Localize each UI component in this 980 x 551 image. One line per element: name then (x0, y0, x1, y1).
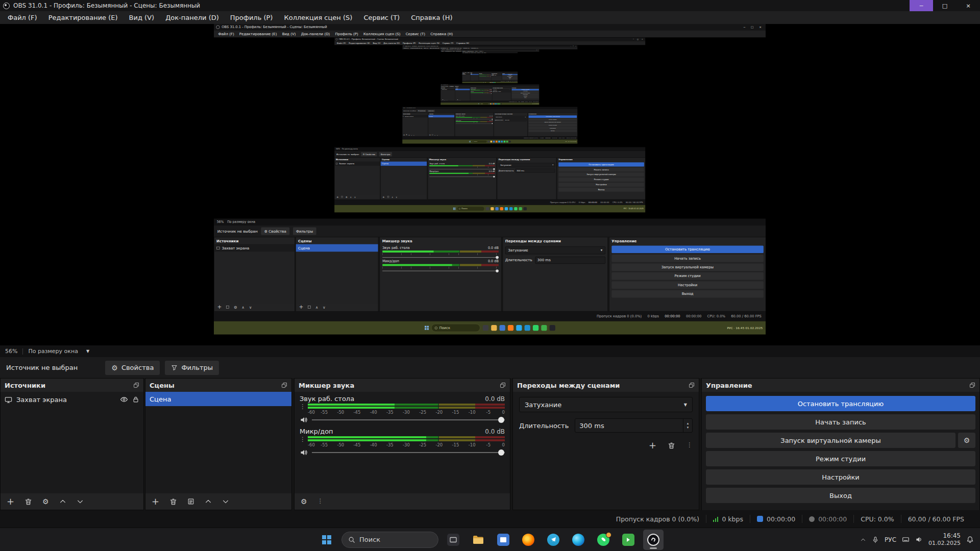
record-time: 00:00:00 (818, 515, 847, 523)
menu-tools[interactable]: Сервис (T) (358, 11, 405, 24)
dropdown-caret-icon[interactable]: ▼ (86, 349, 89, 354)
move-down-icon[interactable] (222, 498, 229, 505)
maximize-button[interactable]: □ (933, 0, 957, 11)
scene-filters-icon[interactable] (187, 498, 194, 505)
exit-button[interactable]: Выход (706, 488, 975, 503)
start-record-button[interactable]: Начать запись (706, 414, 975, 430)
channel-menu-dots-icon[interactable]: ⋮ (300, 404, 305, 415)
source-context-toolbar: Источник не выбран ⚙ Свойства Фильтры (0, 357, 980, 378)
start-button[interactable] (316, 530, 337, 550)
microphone-icon[interactable] (872, 536, 879, 543)
duration-spinbox[interactable]: 300 ms ▴▾ (575, 418, 693, 433)
settings-button[interactable]: Настройки (706, 469, 975, 485)
channel-name: Звук раб. стола (300, 395, 354, 403)
dropped-frames: Пропуск кадров 0 (0.0%) (616, 515, 699, 523)
clock[interactable]: 16:45 01.02.2025 (928, 532, 961, 547)
popout-icon[interactable] (133, 382, 139, 388)
scene-row-selected[interactable]: Сцена (145, 392, 291, 406)
tray-chevron-up-icon[interactable] (860, 537, 866, 543)
meter-tick-label: -55 (321, 410, 328, 415)
menu-docks[interactable]: Док-панели (D) (160, 11, 225, 24)
stop-stream-button[interactable]: Остановить трансляцию (706, 396, 975, 411)
mixer-toolbar: ⚙ ⋮ (295, 493, 510, 510)
source-row-screen-capture[interactable]: Захват экрана (1, 392, 143, 407)
language-indicator[interactable]: РУС (885, 536, 896, 543)
minimize-button[interactable]: ─ (910, 0, 933, 11)
taskbar-app-whatsapp[interactable] (593, 530, 614, 550)
nested-preview: OBS 31.0.1 - Профиль: Безымянный - Сцены… (334, 45, 645, 147)
taskbar-app-firefox[interactable] (518, 530, 538, 550)
taskbar-app-edge[interactable] (568, 530, 589, 550)
meter-tick-label: -35 (386, 442, 394, 447)
filters-button[interactable]: Фильтры (165, 361, 219, 375)
taskbar-app-obs[interactable] (643, 530, 664, 550)
search-icon (348, 536, 355, 543)
meter-tick-label: -20 (435, 442, 443, 447)
taskbar-app-store[interactable] (493, 530, 513, 550)
close-button[interactable]: × (957, 0, 980, 11)
properties-button[interactable]: ⚙ Свойства (105, 361, 160, 375)
transition-menu-dots-icon[interactable]: ⋮ (687, 442, 692, 448)
channel-menu-dots-icon[interactable]: ⋮ (300, 436, 305, 448)
move-down-icon[interactable] (77, 498, 84, 505)
add-scene-icon[interactable]: + (152, 497, 159, 506)
volume-tray-icon[interactable] (915, 536, 923, 543)
spin-arrows-icon[interactable]: ▴▾ (683, 419, 692, 432)
zoom-mode[interactable]: По размеру окна (28, 348, 78, 355)
source-properties-gear-icon[interactable]: ⚙ (42, 498, 49, 505)
mixer-channel-mic-aux: Микр/доп 0.0 dB ⋮ -60-55-50-45-40-35-30-… (300, 428, 505, 457)
controls-title: Управление (706, 382, 752, 389)
advanced-audio-gear-icon[interactable]: ⚙ (301, 498, 307, 505)
preview-canvas[interactable]: OBS 31.0.1 - Профиль: Безымянный - Сцены… (0, 24, 980, 345)
popout-icon[interactable] (281, 382, 287, 388)
obs-logo-icon (3, 3, 10, 9)
taskbar-search[interactable]: Поиск (341, 532, 438, 548)
popout-icon[interactable] (689, 382, 695, 388)
popout-icon[interactable] (500, 382, 506, 388)
taskbar-app-explorer[interactable] (468, 530, 488, 550)
titlebar: OBS 31.0.1 - Профиль: Безымянный - Сцены… (0, 0, 980, 11)
nested-preview: OBS 31.0.1 - Профиль: Безымянный - Сцены… (440, 52, 539, 85)
menu-profile[interactable]: Профиль (P) (225, 11, 279, 24)
taskbar-app-telegram[interactable] (543, 530, 564, 550)
studio-mode-button[interactable]: Режим студии (706, 451, 975, 466)
add-source-icon[interactable]: + (7, 497, 14, 506)
volume-slider-knob[interactable] (498, 449, 504, 456)
virtual-camera-settings-button[interactable]: ⚙ (958, 433, 975, 448)
volume-slider[interactable] (312, 449, 505, 456)
notifications-bell-icon[interactable] (966, 536, 974, 543)
meter-tick-label: -60 (308, 410, 315, 415)
taskbar-app-window[interactable] (443, 530, 463, 550)
add-transition-icon[interactable]: + (649, 441, 656, 450)
lock-icon[interactable] (132, 396, 139, 403)
mixer-menu-dots-icon[interactable]: ⋮ (317, 498, 323, 505)
duration-value: 300 ms (579, 422, 604, 430)
nested-obs-window: OBS 31.0.1 - Профиль: Безымянный - Сцены… (462, 52, 518, 83)
telegram-icon (547, 534, 559, 546)
menu-scene-collection[interactable]: Коллекция сцен (S) (278, 11, 358, 24)
menu-edit[interactable]: Редактирование (E) (43, 11, 124, 24)
volume-slider[interactable] (312, 416, 505, 423)
scenes-title: Сцены (150, 382, 175, 389)
popout-icon[interactable] (969, 382, 975, 388)
move-up-icon[interactable] (59, 498, 66, 505)
remove-source-trash-icon[interactable] (24, 498, 32, 506)
explorer-folder-icon (472, 534, 484, 546)
touch-keyboard-icon[interactable] (902, 536, 910, 543)
speaker-icon[interactable] (300, 416, 308, 424)
status-bar: Пропуск кадров 0 (0.0%) 0 kbps 00:00:00 … (0, 510, 980, 528)
obs-icon (647, 534, 659, 546)
virtual-camera-button[interactable]: Запуск виртуальной камеры (706, 433, 955, 448)
speaker-icon[interactable] (300, 448, 308, 457)
taskbar-app-green[interactable] (618, 530, 639, 550)
menu-file[interactable]: Файл (F) (2, 11, 43, 24)
visibility-eye-icon[interactable] (120, 395, 128, 404)
remove-scene-trash-icon[interactable] (169, 498, 177, 506)
window-app-icon (447, 534, 459, 546)
move-up-icon[interactable] (205, 498, 212, 505)
volume-slider-knob[interactable] (498, 417, 504, 423)
transition-select[interactable]: Затухание ▼ (519, 397, 693, 412)
menu-help[interactable]: Справка (H) (405, 11, 458, 24)
menu-view[interactable]: Вид (V) (124, 11, 160, 24)
remove-transition-trash-icon[interactable] (668, 442, 675, 449)
